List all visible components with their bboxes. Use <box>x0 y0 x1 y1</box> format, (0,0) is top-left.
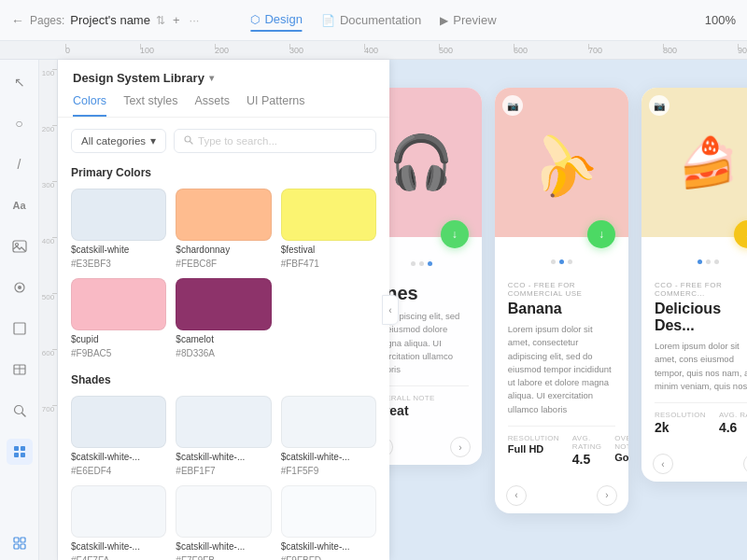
sort-icon: ⇅ <box>156 14 165 27</box>
back-button[interactable]: ← <box>11 13 24 28</box>
card-stats: RESOLUTION 2k AVG. RA... 4.6 <box>655 402 747 435</box>
stat-overall: OVERALL NOTE Great <box>389 394 435 418</box>
cake-emoji: 🍰 <box>678 134 739 191</box>
banana-emoji: 🍌 <box>517 119 606 205</box>
shade-name: $catskill-white-... <box>176 452 271 462</box>
shade-name: $catskill-white-... <box>281 541 376 552</box>
table-tool[interactable] <box>7 357 33 383</box>
svg-rect-11 <box>21 446 25 451</box>
card-prev-button[interactable]: ‹ <box>506 485 527 506</box>
shade-swatch <box>281 396 376 448</box>
color-name: $cupid <box>71 334 166 344</box>
stat-value: 4.5 <box>572 452 601 467</box>
main-layout: ↖ ○ / Aa 100 200 300 400 500 600 <box>0 60 747 560</box>
card-nav: ‹ › <box>389 429 482 465</box>
shade-item-1[interactable]: $catskill-white-... #EBF1F7 <box>176 396 271 476</box>
more-options[interactable]: ··· <box>190 13 200 27</box>
card-stats: OVERALL NOTE Great <box>389 385 469 418</box>
library-tool[interactable] <box>7 439 33 465</box>
tab-preview[interactable]: ▶ Preview <box>440 9 496 31</box>
frame-tool[interactable] <box>7 315 33 342</box>
svg-rect-13 <box>21 453 25 457</box>
shade-swatch <box>71 485 166 538</box>
image-tool[interactable] <box>7 233 33 259</box>
card-image-banana: 📷 🍌 ↓ <box>495 88 628 237</box>
card-prev-button[interactable]: ‹ <box>653 454 673 474</box>
color-item-festival[interactable]: $festival #FBF471 <box>281 189 376 269</box>
stat-label: RESOLUTION <box>655 411 706 419</box>
shape-tool[interactable]: ○ <box>7 110 33 136</box>
card-stats: RESOLUTION Full HD AVG. RATING 4.5 OVERA… <box>508 426 615 467</box>
shade-item-2[interactable]: $catskill-white-... #F1F5F9 <box>281 396 376 476</box>
camera-icon: 📷 <box>502 95 523 116</box>
shade-swatch <box>176 485 271 538</box>
tab-colors[interactable]: Colors <box>73 94 106 117</box>
shade-hex: #E6EDF4 <box>71 466 166 476</box>
shade-hex: #F1F5F9 <box>281 466 376 476</box>
primary-colors-grid: $catskill-white #E3EBF3 $chardonnay #FEB… <box>71 189 376 358</box>
search-filter-icon <box>184 135 193 147</box>
tab-assets[interactable]: Assets <box>194 94 230 117</box>
shade-name: $catskill-white-... <box>71 452 166 462</box>
headphones-emoji: 🎧 <box>389 132 454 193</box>
color-name: $festival <box>281 245 376 255</box>
ruler-num-700: 700 <box>39 405 57 461</box>
ruler-mark: 100 <box>140 46 215 55</box>
tab-text-styles[interactable]: Text styles <box>123 94 177 117</box>
panel-collapse-handle[interactable]: ‹ <box>382 295 399 325</box>
card-next-button[interactable]: › <box>743 454 747 474</box>
color-item-chardonnay[interactable]: $chardonnay #FEBC8F <box>176 189 271 269</box>
stat-label: AVG. RA... <box>719 411 747 419</box>
color-swatch <box>176 278 271 330</box>
stat-label: RESOLUTION <box>508 434 559 442</box>
tab-design[interactable]: ⬡ Design <box>250 8 302 32</box>
bottom-grid-icon[interactable] <box>13 537 26 553</box>
design-icon: ⬡ <box>250 13 260 26</box>
category-filter[interactable]: All categories ▾ <box>71 129 166 153</box>
shade-item-4[interactable]: $catskill-white-... #F7F9FB <box>176 485 271 560</box>
sidebar-icons: ↖ ○ / Aa <box>0 60 39 560</box>
panel-filters: All categories ▾ Type to search... <box>71 129 376 153</box>
shade-swatch <box>176 396 271 448</box>
color-item-cupid[interactable]: $cupid #F9BAC5 <box>71 278 166 358</box>
svg-point-1 <box>15 244 18 246</box>
card-next-button[interactable]: › <box>450 437 471 457</box>
shade-name: $catskill-white-... <box>176 541 271 552</box>
pages-label: Pages: <box>30 14 64 27</box>
svg-line-9 <box>21 413 25 417</box>
pen-tool[interactable]: / <box>7 151 33 177</box>
card-badge: CCO - FREE FOR COMMERCIAL USE <box>508 281 615 298</box>
project-name[interactable]: Project's name <box>70 13 150 27</box>
shade-item-5[interactable]: $catskill-white-... #F9FBFD <box>281 485 376 560</box>
tab-documentation[interactable]: 📄 Documentation <box>321 9 421 31</box>
color-item-catskill[interactable]: $catskill-white #E3EBF3 <box>71 189 166 269</box>
download-button-headphones[interactable]: ↓ <box>441 220 469 248</box>
side-ruler: 100 200 300 400 500 600 700 <box>39 60 58 560</box>
tab-ui-patterns[interactable]: UI Patterns <box>247 94 305 117</box>
shade-name: $catskill-white-... <box>71 541 166 552</box>
ruler-mark: 700 <box>588 46 663 55</box>
add-page-button[interactable]: + <box>173 13 180 27</box>
card-next-button[interactable]: › <box>597 485 617 506</box>
svg-rect-10 <box>14 446 19 451</box>
search-filter[interactable]: Type to search... <box>174 129 376 153</box>
ruler-num-400: 400 <box>39 237 57 293</box>
cursor-tool[interactable]: ↖ <box>7 69 33 95</box>
panel-title-arrow[interactable]: ▾ <box>209 73 214 83</box>
color-name: $catskill-white <box>71 245 166 255</box>
component-tool[interactable] <box>7 274 33 301</box>
search-tool[interactable] <box>7 398 33 424</box>
download-button-banana[interactable]: ↓ <box>587 220 615 248</box>
card-nav: ‹ › <box>495 478 628 513</box>
color-item-camelot[interactable]: $camelot #8D336A <box>176 278 271 358</box>
stat-rating: AVG. RATING 4.5 <box>572 434 601 467</box>
text-tool[interactable]: Aa <box>7 192 33 218</box>
shade-item-0[interactable]: $catskill-white-... #E6EDF4 <box>71 396 166 476</box>
color-hex: #FEBC8F <box>176 259 271 269</box>
card-prev-button[interactable]: ‹ <box>389 437 393 457</box>
stat-value: Great <box>389 403 435 418</box>
shade-hex: #F7F9FB <box>176 555 271 560</box>
shade-item-3[interactable]: $catskill-white-... #F4F7FA <box>71 485 166 560</box>
stat-value: 2k <box>655 420 706 435</box>
stat-rating: AVG. RA... 4.6 <box>719 411 747 435</box>
